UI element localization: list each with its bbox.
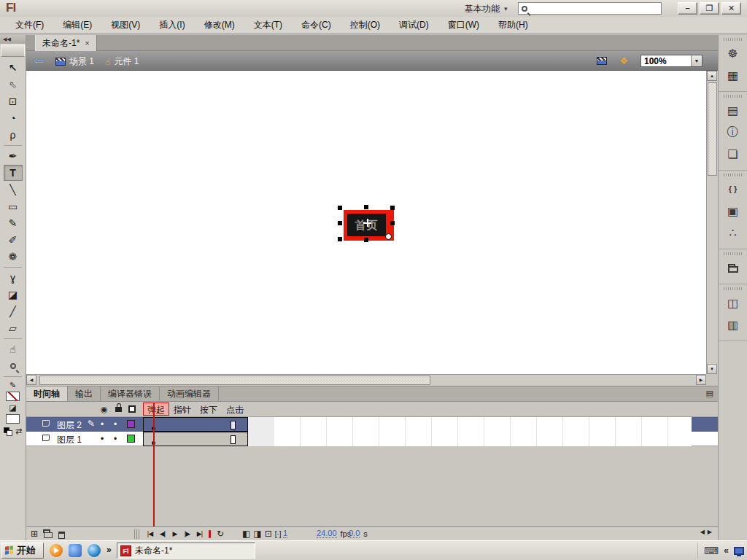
vertical-scrollbar[interactable]: ▲ ▼ bbox=[706, 71, 718, 374]
show-hide-layers-icon[interactable]: ◉ bbox=[101, 405, 108, 414]
rotation-3d-tool[interactable]: ◔ bbox=[4, 110, 23, 126]
quick-launch-media-player-icon[interactable] bbox=[50, 544, 63, 557]
layer-outline-color-swatch[interactable] bbox=[127, 420, 135, 428]
menu-item-control[interactable]: 控制(O) bbox=[341, 17, 390, 34]
deco-tool[interactable]: ❁ bbox=[4, 249, 23, 265]
start-button[interactable]: 开始 bbox=[1, 542, 44, 559]
layer-outline-color-swatch[interactable] bbox=[127, 435, 135, 443]
layer-visibility-dot[interactable]: • bbox=[101, 434, 104, 444]
free-transform-tool[interactable]: ⊡ bbox=[4, 93, 23, 109]
motion-presets-panel-button[interactable]: ∴ bbox=[723, 223, 743, 242]
fill-color-swatch[interactable] bbox=[6, 414, 20, 424]
frame-track[interactable] bbox=[143, 417, 692, 432]
restore-button[interactable]: ❐ bbox=[700, 2, 719, 15]
code-snippets-panel-button[interactable]: { } bbox=[723, 179, 743, 198]
stroke-color-swatch[interactable] bbox=[6, 392, 20, 401]
quick-launch-overflow-chevron[interactable]: » bbox=[107, 545, 112, 555]
scroll-left-button[interactable]: ◀ bbox=[26, 375, 36, 385]
frame-label-down[interactable]: 按下 bbox=[196, 404, 222, 416]
loop-playback-button[interactable]: ↻ bbox=[214, 529, 225, 539]
outline-view-icon[interactable] bbox=[128, 405, 136, 413]
play-button[interactable]: ▶ bbox=[169, 530, 180, 537]
new-folder-button[interactable] bbox=[44, 532, 53, 538]
scroll-down-button[interactable]: ▼ bbox=[707, 364, 717, 374]
hand-tool[interactable]: ☝ bbox=[4, 341, 23, 357]
frame-span[interactable] bbox=[143, 432, 248, 446]
dock-gripper[interactable] bbox=[724, 252, 742, 255]
selection-tool[interactable]: ↖ bbox=[4, 60, 23, 76]
transform-handle[interactable] bbox=[364, 238, 368, 242]
transform-handle[interactable] bbox=[390, 221, 395, 225]
dock-gripper[interactable] bbox=[724, 287, 742, 290]
dock-gripper[interactable] bbox=[724, 174, 742, 176]
transform-handle[interactable] bbox=[338, 206, 342, 210]
edit-symbols-button[interactable]: ❖ bbox=[616, 55, 632, 67]
transformation-point-circle[interactable] bbox=[385, 233, 392, 240]
step-back-button[interactable]: ◀| bbox=[157, 530, 168, 537]
transform-handle[interactable] bbox=[390, 206, 395, 210]
close-button[interactable]: ✕ bbox=[721, 2, 741, 15]
modify-markers-button[interactable]: [·] bbox=[275, 530, 282, 538]
edit-scene-button[interactable] bbox=[594, 55, 610, 67]
quick-launch-settings-icon[interactable] bbox=[88, 544, 101, 557]
subselection-tool[interactable]: ⇖ bbox=[4, 77, 23, 93]
zoom-level-select[interactable]: 100% ▼ bbox=[640, 55, 703, 67]
components-panel-button[interactable]: ▣ bbox=[723, 201, 743, 220]
minimize-button[interactable]: – bbox=[678, 2, 697, 15]
layer-lock-dot[interactable]: • bbox=[114, 434, 117, 444]
panel-resize-grip[interactable] bbox=[134, 529, 140, 539]
horizontal-scroll-thumb[interactable] bbox=[39, 376, 430, 385]
frame-track[interactable] bbox=[143, 432, 692, 446]
menu-item-commands[interactable]: 命令(C) bbox=[292, 17, 341, 34]
horizontal-scrollbar[interactable]: ◀ ▶ bbox=[26, 374, 706, 386]
layer-row-2[interactable]: 图层 2 ✎ • • bbox=[26, 417, 718, 432]
swap-colors-button[interactable]: ⇄ bbox=[15, 427, 22, 436]
align-panel-button[interactable]: ▤ bbox=[723, 101, 743, 120]
collapse-tools-button[interactable]: ◀◀ bbox=[0, 35, 26, 44]
layer-name[interactable]: 图层 1 bbox=[57, 434, 82, 446]
menu-item-text[interactable]: 文本(T) bbox=[244, 17, 292, 34]
search-input[interactable] bbox=[530, 4, 661, 13]
menu-item-view[interactable]: 视图(V) bbox=[101, 17, 150, 34]
menu-item-debug[interactable]: 调试(D) bbox=[390, 17, 438, 34]
default-colors-button[interactable] bbox=[4, 427, 12, 436]
rectangle-tool[interactable]: ▭ bbox=[4, 198, 23, 214]
onion-skin-button[interactable]: ◧ bbox=[242, 529, 250, 539]
dock-gripper[interactable] bbox=[724, 38, 742, 41]
search-box[interactable] bbox=[518, 2, 662, 15]
current-frame-value[interactable]: 1 bbox=[283, 529, 287, 538]
library-panel-button[interactable]: ▥ bbox=[723, 315, 743, 334]
document-tab[interactable]: 未命名-1* × bbox=[35, 35, 97, 51]
step-forward-button[interactable]: |▶ bbox=[182, 530, 193, 537]
onion-skin-outlines-button[interactable]: ◨ bbox=[253, 529, 261, 539]
brush-tool[interactable]: ✐ bbox=[4, 232, 23, 248]
layer-row-1[interactable]: 图层 1 • • bbox=[26, 432, 718, 446]
quick-launch-messenger-icon[interactable] bbox=[69, 544, 82, 557]
tab-close-icon[interactable]: × bbox=[85, 39, 89, 47]
tab-compiler-errors[interactable]: 编译器错误 bbox=[101, 386, 160, 401]
menu-item-modify[interactable]: 修改(M) bbox=[195, 17, 244, 34]
pen-tool[interactable]: ✒ bbox=[4, 148, 23, 164]
transform-handle[interactable] bbox=[338, 237, 342, 241]
center-frame-icon[interactable] bbox=[209, 530, 211, 538]
bone-tool[interactable]: ɣ bbox=[4, 270, 23, 286]
breadcrumb-scene[interactable]: 场景 1 bbox=[55, 55, 94, 68]
frame-label-hit[interactable]: 点击 bbox=[222, 404, 248, 416]
new-layer-button[interactable]: ⊞ bbox=[31, 529, 38, 539]
eraser-tool[interactable]: ▱ bbox=[4, 320, 23, 336]
eyedropper-tool[interactable]: ╱ bbox=[4, 303, 23, 319]
menu-item-insert[interactable]: 插入(I) bbox=[150, 17, 194, 34]
menu-item-edit[interactable]: 编辑(E) bbox=[53, 17, 101, 34]
panel-menu-icon[interactable]: ▤ bbox=[706, 389, 713, 398]
back-arrow-button[interactable]: ⇦ bbox=[34, 53, 44, 69]
layer-lock-dot[interactable]: • bbox=[114, 419, 117, 429]
go-to-last-frame-button[interactable]: ▶| bbox=[194, 530, 205, 537]
component-inspector-panel-button[interactable]: ◫ bbox=[723, 293, 743, 312]
line-tool[interactable]: ╲ bbox=[4, 182, 23, 198]
transform-panel-button[interactable]: ❏ bbox=[723, 144, 743, 163]
taskbar-app-button[interactable]: Fl 未命名-1* bbox=[117, 542, 255, 559]
timeline-scroll-left-button[interactable]: ◀ bbox=[700, 529, 705, 535]
layer-visibility-dot[interactable]: • bbox=[101, 419, 104, 429]
elapsed-time-value[interactable]: 0.0 bbox=[349, 529, 360, 538]
breadcrumb-symbol[interactable]: ☝ 元件 1 bbox=[105, 55, 139, 68]
